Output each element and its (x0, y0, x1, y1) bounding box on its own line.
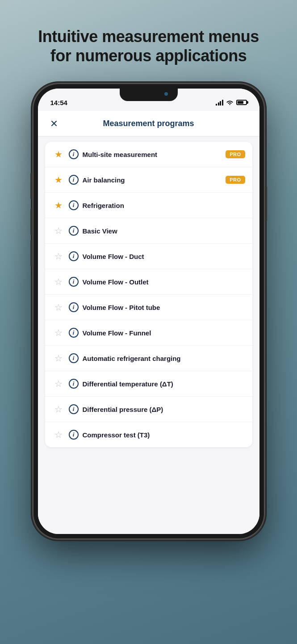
info-icon: i (69, 226, 79, 236)
favorite-button[interactable]: ☆ (52, 275, 65, 288)
list-item[interactable]: ☆iVolume Flow - Outlet (45, 269, 252, 295)
favorite-button[interactable]: ☆ (52, 352, 65, 364)
menu-item-label: Volume Flow - Outlet (83, 278, 245, 286)
phone-screen: 14:54 (38, 89, 259, 534)
menu-item-label: Volume Flow - Funnel (83, 329, 245, 337)
info-button[interactable]: i (67, 428, 80, 441)
list-item[interactable]: ☆iAutomatic refrigerant charging (45, 346, 252, 371)
app-title: Measurement programs (60, 119, 250, 128)
favorite-button[interactable]: ☆ (52, 377, 65, 390)
favorite-button[interactable]: ☆ (52, 403, 65, 415)
star-empty-icon: ☆ (54, 302, 63, 313)
status-bar: 14:54 (38, 89, 259, 111)
star-empty-icon: ☆ (54, 251, 63, 262)
pro-badge: PRO (226, 150, 245, 158)
info-icon: i (69, 251, 79, 261)
menu-item-label: Volume Flow - Duct (83, 253, 245, 260)
info-icon: i (69, 328, 79, 338)
wifi-icon (226, 100, 234, 106)
info-button[interactable]: i (67, 225, 80, 237)
star-empty-icon: ☆ (54, 276, 63, 287)
favorite-button[interactable]: ★ (52, 148, 65, 161)
pro-badge: PRO (226, 176, 245, 184)
status-time: 14:54 (50, 99, 67, 106)
star-filled-icon: ★ (54, 200, 63, 211)
list-item[interactable]: ★iRefrigeration (45, 193, 252, 218)
list-item[interactable]: ☆iVolume Flow - Funnel (45, 320, 252, 346)
list-item[interactable]: ☆iVolume Flow - Duct (45, 244, 252, 269)
menu-item-label: Air balancing (83, 176, 226, 184)
list-item[interactable]: ☆iBasic View (45, 218, 252, 244)
info-icon: i (69, 277, 79, 287)
battery-icon (236, 100, 247, 105)
info-button[interactable]: i (67, 403, 80, 415)
info-button[interactable]: i (67, 199, 80, 212)
favorite-button[interactable]: ☆ (52, 326, 65, 339)
star-filled-icon: ★ (54, 174, 63, 185)
favorite-button[interactable]: ☆ (52, 225, 65, 237)
battery-fill (238, 101, 244, 104)
favorite-button[interactable]: ★ (52, 174, 65, 186)
info-button[interactable]: i (67, 174, 80, 186)
favorite-button[interactable]: ☆ (52, 301, 65, 314)
info-icon: i (69, 175, 79, 185)
info-icon: i (69, 404, 79, 414)
list-item[interactable]: ☆iDifferential pressure (ΔP) (45, 397, 252, 422)
menu-item-label: Basic View (83, 227, 245, 235)
star-empty-icon: ☆ (54, 225, 63, 236)
info-button[interactable]: i (67, 377, 80, 390)
phone-wrapper: 14:54 (33, 83, 265, 539)
favorite-button[interactable]: ★ (52, 199, 65, 212)
page-headline: Intuitive measurement menus for numerous… (27, 27, 270, 65)
favorite-button[interactable]: ☆ (52, 428, 65, 441)
menu-card: ★iMulti-site measurementPRO★iAir balanci… (45, 142, 252, 447)
info-icon: i (69, 302, 79, 312)
star-empty-icon: ☆ (54, 404, 63, 415)
menu-item-label: Differential pressure (ΔP) (83, 406, 245, 413)
info-button[interactable]: i (67, 301, 80, 314)
notch (120, 89, 178, 101)
info-icon: i (69, 200, 79, 210)
notch-dot (164, 92, 168, 96)
info-icon: i (69, 353, 79, 363)
app-header: Measurement programs (38, 111, 259, 136)
signal-icon (216, 99, 223, 106)
info-button[interactable]: i (67, 148, 80, 161)
menu-item-label: Automatic refrigerant charging (83, 355, 245, 362)
info-icon: i (69, 379, 79, 389)
menu-item-label: Multi-site measurement (83, 151, 226, 158)
header-section: Intuitive measurement menus for numerous… (0, 0, 297, 79)
status-icons (216, 99, 247, 106)
menu-item-label: Refrigeration (83, 202, 245, 209)
close-button[interactable] (48, 117, 60, 130)
menu-item-label: Volume Flow - Pitot tube (83, 304, 245, 311)
menu-item-label: Compressor test (T3) (83, 431, 245, 439)
favorite-button[interactable]: ☆ (52, 250, 65, 263)
list-item[interactable]: ☆iVolume Flow - Pitot tube (45, 295, 252, 320)
screen-content: Measurement programs ★iMulti-site measur… (38, 111, 259, 534)
list-item[interactable]: ★iMulti-site measurementPRO (45, 142, 252, 167)
menu-item-label: Differential temperature (ΔT) (83, 380, 245, 388)
info-button[interactable]: i (67, 326, 80, 339)
info-icon: i (69, 430, 79, 440)
info-button[interactable]: i (67, 275, 80, 288)
star-empty-icon: ☆ (54, 378, 63, 389)
star-empty-icon: ☆ (54, 327, 63, 338)
star-filled-icon: ★ (54, 149, 63, 160)
star-empty-icon: ☆ (54, 353, 63, 364)
content-area: ★iMulti-site measurementPRO★iAir balanci… (38, 136, 259, 534)
info-icon: i (69, 149, 79, 159)
star-empty-icon: ☆ (54, 429, 63, 440)
list-item[interactable]: ☆iCompressor test (T3) (45, 422, 252, 447)
info-button[interactable]: i (67, 250, 80, 263)
list-item[interactable]: ★iAir balancingPRO (45, 167, 252, 193)
list-item[interactable]: ☆iDifferential temperature (ΔT) (45, 371, 252, 397)
info-button[interactable]: i (67, 352, 80, 364)
